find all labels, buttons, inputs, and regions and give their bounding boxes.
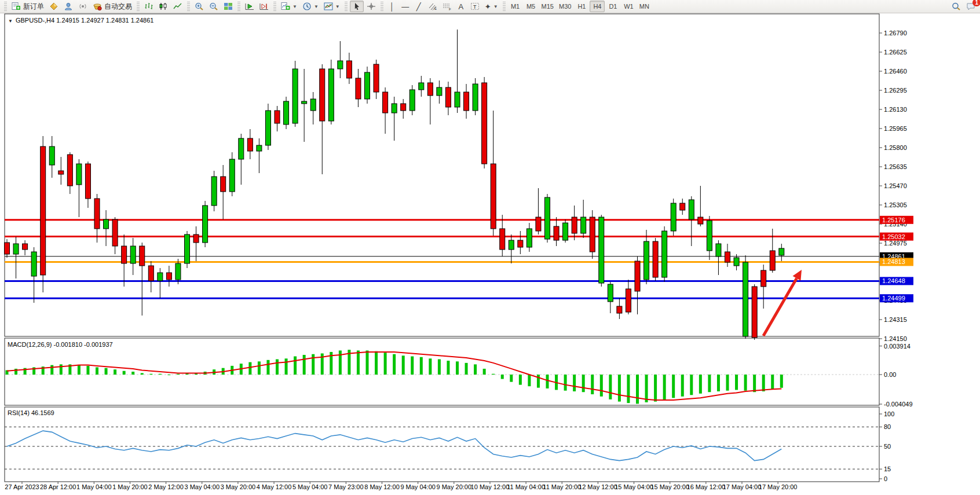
candle-body[interactable]	[545, 197, 550, 239]
candle-body[interactable]	[130, 246, 136, 263]
candle-body[interactable]	[635, 261, 640, 291]
candle-body[interactable]	[221, 177, 226, 192]
candle-body[interactable]	[112, 219, 118, 246]
bar-chart-button[interactable]	[142, 1, 156, 12]
new-order-button[interactable]: 新订单	[9, 1, 46, 12]
candle-body[interactable]	[752, 287, 757, 338]
toolbar-grip[interactable]	[137, 2, 140, 11]
candle-body[interactable]	[599, 217, 604, 283]
signals-button[interactable]	[76, 1, 90, 12]
zoom-out-button[interactable]	[207, 1, 221, 12]
chart-canvas[interactable]: 1.267901.266251.264601.262951.261301.259…	[0, 13, 980, 495]
candle-body[interactable]	[455, 92, 460, 107]
candle-body[interactable]	[122, 246, 127, 263]
candle-body[interactable]	[617, 306, 622, 313]
candle-body[interactable]	[401, 104, 406, 111]
toolbar-grip[interactable]	[4, 2, 7, 11]
tile-windows-button[interactable]	[221, 1, 235, 12]
candle-body[interactable]	[743, 262, 748, 336]
candle-body[interactable]	[536, 217, 541, 231]
notifications-button[interactable]: 1	[964, 1, 978, 12]
toolbar-grip[interactable]	[503, 2, 506, 11]
candle-body[interactable]	[338, 61, 343, 69]
toolbar-grip[interactable]	[345, 2, 348, 11]
candle-body[interactable]	[680, 203, 685, 210]
cursor-button[interactable]	[350, 1, 364, 12]
candle-body[interactable]	[346, 61, 352, 78]
candle-body[interactable]	[320, 69, 325, 121]
fibonacci-button[interactable]: F	[440, 1, 454, 12]
candle-body[interactable]	[761, 270, 766, 287]
candle-body[interactable]	[23, 244, 28, 250]
candle-body[interactable]	[158, 273, 163, 281]
channel-button[interactable]: E	[426, 1, 440, 12]
candle-body[interactable]	[49, 146, 54, 165]
candle-body[interactable]	[590, 217, 595, 252]
candle-body[interactable]	[392, 104, 397, 113]
toolbar-grip[interactable]	[187, 2, 190, 11]
community-button[interactable]	[61, 1, 75, 12]
toolbar-grip[interactable]	[273, 2, 276, 11]
candle-body[interactable]	[292, 69, 298, 123]
horizontal-line-button[interactable]: —	[399, 1, 412, 12]
candle-body[interactable]	[671, 203, 676, 231]
toolbar-grip[interactable]	[381, 2, 383, 11]
toolbar-grip[interactable]	[237, 2, 240, 11]
candle-body[interactable]	[626, 289, 631, 312]
candle-body[interactable]	[725, 252, 730, 262]
periods-button[interactable]: ▼	[300, 1, 321, 12]
candle-body[interactable]	[94, 199, 100, 229]
candlestick-button[interactable]	[156, 1, 170, 12]
candle-body[interactable]	[563, 223, 568, 240]
auto-trading-button[interactable]: 自动交易	[90, 1, 134, 12]
macd-pane[interactable]	[5, 338, 879, 405]
arrows-button[interactable]: ✦ ▼	[482, 1, 500, 12]
timeframe-w1[interactable]: W1	[621, 1, 636, 12]
candle-body[interactable]	[166, 273, 171, 280]
timeframe-h4[interactable]: H4	[590, 1, 605, 12]
candle-body[interactable]	[31, 252, 36, 276]
candle-body[interactable]	[383, 92, 388, 113]
candle-body[interactable]	[445, 87, 451, 107]
search-button[interactable]	[949, 1, 963, 12]
templates-button[interactable]: ▼	[321, 1, 342, 12]
candle-body[interactable]	[185, 234, 190, 263]
candle-body[interactable]	[437, 87, 442, 96]
candle-body[interactable]	[140, 246, 145, 266]
candle-body[interactable]	[239, 138, 244, 159]
candle-body[interactable]	[698, 217, 703, 224]
text-button[interactable]: A	[455, 1, 467, 12]
candle-body[interactable]	[310, 99, 316, 111]
rsi-pane[interactable]	[5, 407, 879, 482]
candle-body[interactable]	[707, 221, 712, 251]
candle-body[interactable]	[356, 78, 361, 99]
candle-body[interactable]	[104, 219, 109, 229]
chart-shift-button[interactable]	[257, 1, 271, 12]
timeframe-m1[interactable]: M1	[508, 1, 523, 12]
candle-body[interactable]	[464, 92, 469, 111]
candle-body[interactable]	[229, 159, 235, 192]
candle-body[interactable]	[13, 244, 19, 254]
candle-body[interactable]	[265, 111, 270, 145]
candle-body[interactable]	[779, 248, 784, 255]
candle-body[interactable]	[302, 101, 307, 104]
auto-scroll-button[interactable]	[243, 1, 257, 12]
candle-body[interactable]	[644, 241, 649, 280]
candle-body[interactable]	[85, 164, 90, 199]
timeframe-mn[interactable]: MN	[637, 1, 652, 12]
candle-body[interactable]	[608, 284, 613, 302]
candle-body[interactable]	[500, 229, 505, 250]
candle-body[interactable]	[193, 234, 199, 243]
candle-body[interactable]	[526, 229, 532, 247]
candle-body[interactable]	[409, 90, 415, 111]
candle-body[interactable]	[689, 200, 694, 219]
candle-body[interactable]	[419, 83, 424, 90]
candle-body[interactable]	[257, 145, 262, 151]
candle-body[interactable]	[148, 266, 153, 281]
timeframe-m5[interactable]: M5	[524, 1, 539, 12]
candle-body[interactable]	[473, 84, 478, 111]
candle-body[interactable]	[41, 146, 46, 275]
candle-body[interactable]	[482, 83, 487, 164]
candle-body[interactable]	[572, 217, 577, 233]
line-chart-button[interactable]	[171, 1, 185, 12]
